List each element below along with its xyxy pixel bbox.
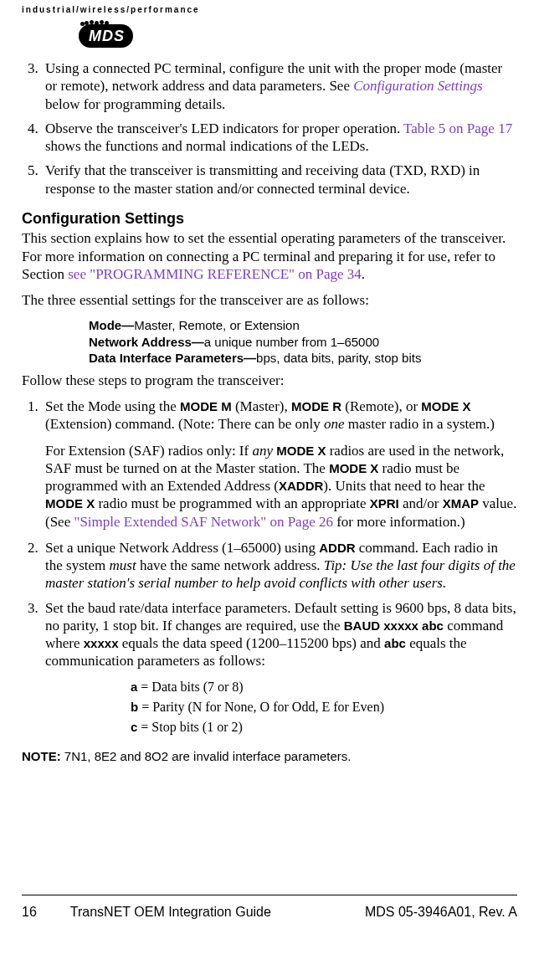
setting-row: Mode—Master, Remote, or Extension xyxy=(89,317,517,334)
paragraph: Follow these steps to program the transc… xyxy=(22,372,517,389)
list-item: Set the Mode using the MODE M (Master), … xyxy=(42,398,517,531)
text: Set a unique Network Address (1–65000) u… xyxy=(45,540,319,556)
command-code: XPRI xyxy=(370,496,399,511)
text: have the same network address. xyxy=(136,557,324,573)
programming-reference-link[interactable]: see "PROGRAMMING REFERENCE" on Page 34 xyxy=(68,266,362,282)
param-text: = Data bits (7 or 8) xyxy=(137,680,243,694)
command-code: MODE X xyxy=(276,444,326,458)
emphasis: any xyxy=(252,443,273,459)
command-code: BAUD xxxxx abc xyxy=(344,618,444,633)
logo-container: MDS xyxy=(79,24,517,49)
command-code: MODE X xyxy=(45,496,95,511)
command-code: xxxxx xyxy=(84,636,119,650)
list-item: Verify that the transceiver is transmitt… xyxy=(42,162,517,198)
param-row: b = Parity (N for None, O for Odd, E for… xyxy=(131,697,517,717)
text: below for programming details. xyxy=(45,96,225,112)
note-text: 7N1, 8E2 and 8O2 are invalid interface p… xyxy=(61,749,352,763)
text: (Remote), or xyxy=(341,398,421,414)
command-code: MODE R xyxy=(291,399,341,413)
programming-steps-list: Set the Mode using the MODE M (Master), … xyxy=(22,398,517,670)
paragraph: This section explains how to set the ess… xyxy=(22,229,517,283)
label: Network Address— xyxy=(89,335,204,349)
list-item: Set a unique Network Address (1–65000) u… xyxy=(42,539,517,593)
param-row: a = Data bits (7 or 8) xyxy=(131,677,517,697)
command-code: abc xyxy=(384,636,406,650)
command-code: XADDR xyxy=(279,479,323,493)
revision-info: MDS 05-3946A01, Rev. A xyxy=(365,904,517,921)
text: and/or xyxy=(399,495,443,511)
page-number: 16 xyxy=(22,904,37,921)
setting-row: Network Address—a unique number from 1–6… xyxy=(89,334,517,351)
value: a unique number from 1–65000 xyxy=(204,335,379,349)
config-settings-link[interactable]: Configuration Settings xyxy=(353,78,482,94)
label: Data Interface Parameters— xyxy=(89,351,256,365)
value: bps, data bits, parity, stop bits xyxy=(256,351,421,365)
text: Observe the transceiver's LED indicators… xyxy=(45,121,403,136)
text: For Extension (SAF) radios only: If xyxy=(45,443,252,459)
paragraph: Set the Mode using the MODE M (Master), … xyxy=(45,398,517,434)
text: for more information.) xyxy=(333,514,465,530)
text: Verify that the transceiver is transmitt… xyxy=(45,162,480,196)
document-title: TransNET OEM Integration Guide xyxy=(70,904,271,921)
text: radio must be programmed with an appropr… xyxy=(95,495,370,511)
list-item: Using a connected PC terminal, configure… xyxy=(42,59,517,113)
text: . xyxy=(362,266,365,282)
list-item: Observe the transceiver's LED indicators… xyxy=(42,120,517,156)
label: Mode— xyxy=(89,318,134,332)
document-page: industrial/wireless/performance MDS Usin… xyxy=(0,0,539,937)
value: Master, Remote, or Extension xyxy=(134,318,300,332)
command-code: MODE M xyxy=(180,399,232,413)
command-code: MODE X xyxy=(421,399,470,413)
param-text: = Parity (N for None, O for Odd, E for E… xyxy=(138,700,384,714)
section-heading: Configuration Settings xyxy=(22,209,517,228)
text: (Extension) command. (Note: There can be… xyxy=(45,416,324,432)
emphasis: one xyxy=(324,416,345,432)
param-text: = Stop bits (1 or 2) xyxy=(137,720,242,734)
param-row: c = Stop bits (1 or 2) xyxy=(131,717,517,737)
note: NOTE: 7N1, 8E2 and 8O2 are invalid inter… xyxy=(22,747,517,765)
page-footer: 16 TransNET OEM Integration Guide MDS 05… xyxy=(22,895,517,921)
paragraph: The three essential settings for the tra… xyxy=(22,291,517,309)
essential-settings-block: Mode—Master, Remote, or Extension Networ… xyxy=(89,317,517,367)
command-code: ADDR xyxy=(319,541,355,555)
paragraph: For Extension (SAF) radios only: If any … xyxy=(45,442,517,531)
text: shows the functions and normal indicatio… xyxy=(45,138,369,154)
param-code: b xyxy=(131,700,138,714)
command-code: MODE X xyxy=(329,461,378,475)
note-label: NOTE: xyxy=(22,749,61,763)
text: ). Units that need to hear the xyxy=(323,478,485,494)
text: equals the data speed (1200–115200 bps) … xyxy=(119,635,385,651)
setting-row: Data Interface Parameters—bps, data bits… xyxy=(89,350,517,367)
text: master radio in a system.) xyxy=(345,416,495,432)
saf-network-link[interactable]: "Simple Extended SAF Network" on Page 26 xyxy=(74,514,332,530)
mds-logo: MDS xyxy=(79,24,133,49)
abc-parameters-block: a = Data bits (7 or 8) b = Parity (N for… xyxy=(131,677,517,737)
text: Set the Mode using the xyxy=(45,398,180,414)
command-code: XMAP xyxy=(443,496,479,511)
text: (Master), xyxy=(232,398,291,414)
table5-link[interactable]: Table 5 on Page 17 xyxy=(403,121,512,136)
list-item: Set the baud rate/data interface paramet… xyxy=(42,599,517,670)
emphasis: must xyxy=(110,557,136,573)
continued-procedure-list: Using a connected PC terminal, configure… xyxy=(22,59,517,198)
header-tagline: industrial/wireless/performance xyxy=(22,5,517,16)
